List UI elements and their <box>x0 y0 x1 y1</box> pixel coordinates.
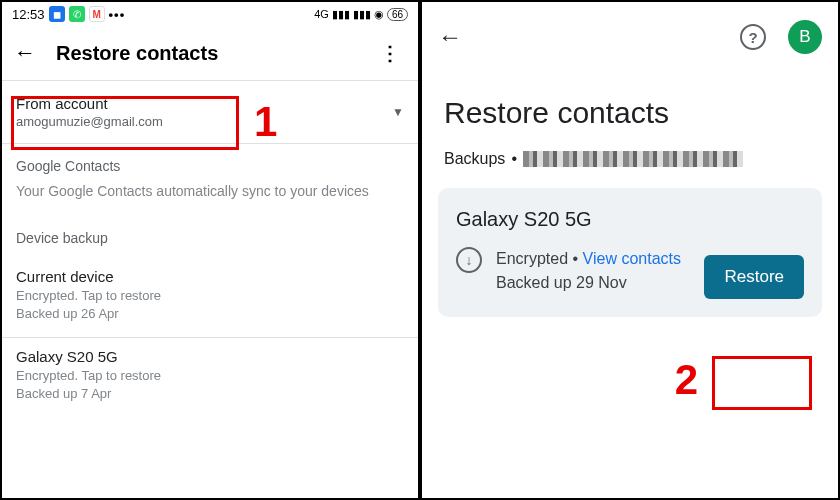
more-notifications-icon: ••• <box>109 7 126 22</box>
redacted-email <box>523 151 743 167</box>
status-bar: 12:53 ◼ ✆ M ••• 4G ▮▮▮ ▮▮▮ ◉ 66 <box>2 2 418 26</box>
signal-icon-2: ▮▮▮ <box>353 8 371 21</box>
backup-device-name: Galaxy S20 5G <box>456 208 804 231</box>
help-icon[interactable]: ? <box>740 24 766 50</box>
encrypted-label: Encrypted <box>496 250 568 267</box>
network-type: 4G <box>314 8 329 20</box>
status-time: 12:53 <box>12 7 45 22</box>
back-arrow-icon[interactable]: ← <box>14 40 36 66</box>
app-header: ← ? B <box>422 2 838 72</box>
wifi-icon: ◉ <box>374 8 384 21</box>
device-title: Current device <box>16 268 404 285</box>
annotation-number-2: 2 <box>675 356 698 404</box>
device-backup-item[interactable]: Galaxy S20 5G Encrypted. Tap to restore … <box>2 338 418 417</box>
annotation-box-2 <box>712 356 812 410</box>
from-account-label: From account <box>16 95 392 112</box>
google-contacts-section: Google Contacts Your Google Contacts aut… <box>2 144 418 216</box>
restore-button[interactable]: Restore <box>704 255 804 299</box>
backups-label: Backups <box>444 150 505 168</box>
device-backup-section: Device backup <box>2 216 418 258</box>
app-icon-1: ◼ <box>49 6 65 22</box>
page-title: Restore contacts <box>56 42 354 65</box>
device-subtitle: Encrypted. Tap to restore <box>16 287 404 305</box>
from-account-row[interactable]: From account amogumuzie@gmail.com ▼ <box>2 81 418 143</box>
backup-date: Backed up 29 Nov <box>496 274 627 291</box>
device-backup-date: Backed up 26 Apr <box>16 305 404 323</box>
page-title: Restore contacts <box>422 72 838 140</box>
battery-indicator: 66 <box>387 8 408 21</box>
back-arrow-icon[interactable]: ← <box>438 23 462 51</box>
gmail-icon: M <box>89 6 105 22</box>
device-title: Galaxy S20 5G <box>16 348 404 365</box>
download-icon: ↓ <box>456 247 482 273</box>
whatsapp-icon: ✆ <box>69 6 85 22</box>
view-contacts-link[interactable]: View contacts <box>583 250 681 267</box>
avatar[interactable]: B <box>788 20 822 54</box>
app-header: ← Restore contacts ⋮ <box>2 26 418 80</box>
device-backup-heading: Device backup <box>16 230 404 246</box>
overflow-menu-icon[interactable]: ⋮ <box>374 41 406 65</box>
from-account-email: amogumuzie@gmail.com <box>16 114 392 129</box>
backups-row: Backups • <box>422 140 838 188</box>
device-backup-item[interactable]: Current device Encrypted. Tap to restore… <box>2 258 418 337</box>
device-backup-date: Backed up 7 Apr <box>16 385 404 403</box>
google-contacts-text: Your Google Contacts automatically sync … <box>16 182 404 202</box>
backup-card: Galaxy S20 5G ↓ Encrypted • View contact… <box>438 188 822 317</box>
chevron-down-icon[interactable]: ▼ <box>392 105 404 119</box>
google-contacts-heading: Google Contacts <box>16 158 404 174</box>
device-subtitle: Encrypted. Tap to restore <box>16 367 404 385</box>
signal-icon: ▮▮▮ <box>332 8 350 21</box>
